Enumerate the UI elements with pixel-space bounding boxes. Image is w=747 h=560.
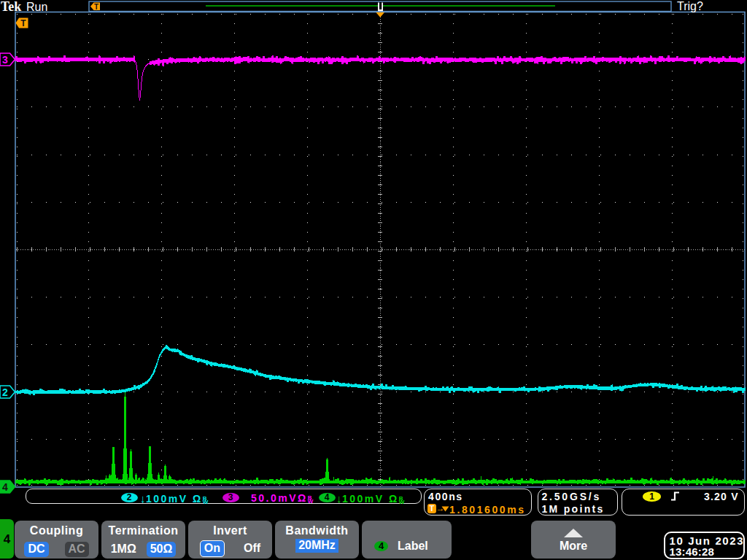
svg-text:2: 2	[2, 386, 8, 398]
svg-text:T: T	[20, 18, 26, 28]
svg-text:3: 3	[2, 54, 8, 66]
svg-text:T: T	[94, 3, 98, 11]
svg-text:4: 4	[2, 481, 8, 493]
